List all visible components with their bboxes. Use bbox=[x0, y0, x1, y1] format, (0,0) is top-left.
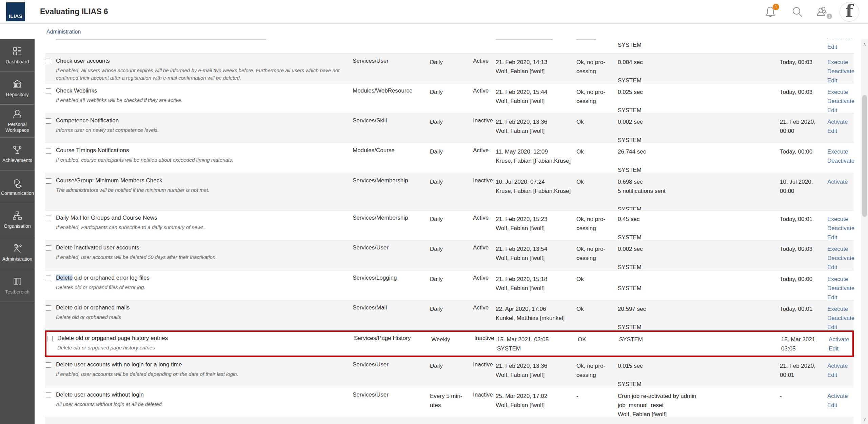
action-link-edit[interactable]: Edit bbox=[827, 126, 854, 136]
action-link-deactivate[interactable]: Deactivate bbox=[827, 156, 854, 165]
sidebar-item-achievements[interactable]: Achievements bbox=[0, 138, 35, 170]
action-link-deactivate[interactable]: Deactivate bbox=[827, 67, 854, 76]
action-link-deactivate[interactable]: Deactivate bbox=[827, 284, 854, 293]
job-status: Active bbox=[473, 244, 496, 272]
orgchart-icon bbox=[12, 210, 22, 221]
search-icon bbox=[791, 5, 804, 18]
action-link-execute[interactable]: Execute bbox=[827, 215, 854, 224]
job-status-info: 21. Feb 2020, 14:13Wolf, Fabian [fwolf] bbox=[496, 58, 576, 85]
row-checkbox[interactable] bbox=[46, 88, 51, 94]
job-result-info: 26.744 sec SYSTEM bbox=[618, 147, 780, 175]
job-result-info: SYSTEM bbox=[618, 42, 642, 48]
action-link-edit[interactable]: Edit bbox=[827, 44, 837, 51]
job-title: Competence Notification bbox=[56, 117, 353, 124]
job-title: Delete user accounts with no login for a… bbox=[56, 361, 353, 368]
action-link-activate[interactable]: Activate bbox=[827, 391, 854, 401]
action-link-execute[interactable]: Execute bbox=[827, 304, 854, 314]
job-title: Course Timings Notifications bbox=[56, 147, 353, 154]
job-last-run: 15. Mar 2021,03:05 bbox=[781, 335, 829, 356]
sidebar-label: Communication bbox=[1, 190, 34, 196]
row-checkbox[interactable] bbox=[46, 362, 51, 368]
job-component: Services/Membership bbox=[353, 215, 430, 242]
job-description: Deletes old or orphand files of error lo… bbox=[56, 284, 344, 291]
job-actions: ExecuteDeactivateEdit bbox=[827, 87, 854, 115]
action-link-activate[interactable]: Activate bbox=[827, 117, 854, 126]
sidebar-item-personal-workspace[interactable]: Personal Workspace bbox=[0, 105, 35, 138]
row-checkbox[interactable] bbox=[46, 245, 51, 251]
cron-job-row: Check user accountsIf enabled, all users… bbox=[45, 53, 854, 83]
sidebar-item-organisation[interactable]: Organisation bbox=[0, 203, 35, 236]
row-checkbox[interactable] bbox=[46, 305, 51, 311]
job-schedule: Every 5 min-utes bbox=[430, 391, 473, 419]
row-checkbox[interactable] bbox=[46, 216, 51, 221]
action-link-activate[interactable]: Activate bbox=[829, 335, 855, 344]
row-checkbox[interactable] bbox=[46, 118, 51, 124]
sidebar-item-administration[interactable]: Administration bbox=[0, 236, 35, 269]
action-link-deactivate[interactable]: Deactivate bbox=[827, 314, 854, 323]
task-cell: Delete user accounts with no login for a… bbox=[56, 361, 353, 389]
row-checkbox[interactable] bbox=[46, 178, 51, 184]
task-cell: Daily Mail for Groups and Course NewsIf … bbox=[56, 215, 353, 242]
action-link-execute[interactable]: Execute bbox=[827, 147, 854, 156]
action-link-activate[interactable]: Activate bbox=[827, 177, 854, 186]
job-status-info: 22. Apr 2020, 17:06Kunkel, Matthias [mku… bbox=[496, 304, 576, 332]
sidebar-item-dashboard[interactable]: Dashboard bbox=[0, 39, 35, 72]
job-status-info: 21. Feb 2020, 13:36Wolf, Fabian [fwolf] bbox=[496, 361, 576, 389]
tools-icon bbox=[12, 243, 22, 254]
job-status-info: 21. Feb 2020, 13:36Wolf, Fabian [fwolf] bbox=[496, 117, 576, 145]
action-link-edit[interactable]: Edit bbox=[829, 344, 855, 353]
job-last-run: Today, 00:03 bbox=[780, 58, 827, 85]
repository-icon bbox=[12, 79, 22, 89]
task-cell: Delete user accounts without loginAll us… bbox=[56, 391, 353, 419]
action-link-edit[interactable]: Edit bbox=[827, 370, 854, 380]
breadcrumb-administration-link[interactable]: Administration bbox=[46, 29, 81, 35]
job-actions: ActivateEdit bbox=[829, 335, 855, 356]
job-last-run: Today, 00:00 bbox=[780, 275, 827, 302]
row-checkbox[interactable] bbox=[46, 276, 51, 281]
job-status: Active bbox=[473, 58, 496, 85]
action-link-execute[interactable]: Execute bbox=[827, 244, 854, 254]
scroll-down-arrow[interactable]: ∨ bbox=[861, 416, 868, 423]
checkbox-cell bbox=[46, 335, 57, 356]
row-checkbox[interactable] bbox=[47, 336, 53, 341]
job-status: Inactive bbox=[473, 177, 496, 214]
sidebar-item-repository[interactable]: Repository bbox=[0, 72, 35, 105]
user-avatar[interactable]: f bbox=[840, 2, 859, 22]
ilias-logo[interactable]: ILIAS bbox=[6, 2, 25, 21]
action-link-execute[interactable]: Execute bbox=[827, 58, 854, 67]
notifications-button[interactable]: 1 bbox=[764, 5, 777, 18]
action-link-activate[interactable]: Activate bbox=[827, 361, 854, 370]
search-button[interactable] bbox=[791, 5, 804, 18]
job-description: If enabled, course participants will be … bbox=[56, 156, 344, 164]
cron-job-row: Delete user accounts with no login for a… bbox=[45, 357, 854, 387]
sidebar-item-communication[interactable]: Communication bbox=[0, 170, 35, 203]
contacts-button[interactable]: 1 bbox=[816, 5, 829, 18]
checkbox-cell bbox=[45, 361, 56, 389]
sidebar-label: Testbereich bbox=[1, 289, 34, 295]
action-link-deactivate[interactable]: Deactivate bbox=[827, 97, 854, 106]
vertical-scrollbar[interactable]: ∧ ∨ bbox=[861, 39, 868, 424]
action-link-deactivate[interactable]: Deactivate bbox=[827, 254, 854, 263]
job-status: Active bbox=[473, 275, 496, 302]
row-checkbox[interactable] bbox=[46, 59, 51, 64]
sidebar-label: Personal Workspace bbox=[1, 122, 34, 133]
job-result-info: Cron job re-activated by adminjob_manual… bbox=[618, 391, 780, 419]
chat-icon bbox=[12, 178, 22, 188]
action-link-execute[interactable]: Execute bbox=[827, 87, 854, 97]
action-link-deactivate[interactable]: Deactivate bbox=[827, 224, 854, 233]
job-title: Delete old or orpganed page history entr… bbox=[57, 335, 354, 342]
breadcrumb: Administration bbox=[0, 24, 868, 39]
cron-job-row: Delete old or orphaned mailsDelete old o… bbox=[45, 300, 854, 330]
action-link-edit[interactable]: Edit bbox=[827, 401, 854, 410]
sidebar-item-testbereich[interactable]: Testbereich bbox=[0, 269, 35, 302]
scroll-up-arrow[interactable]: ∧ bbox=[861, 41, 868, 48]
task-cell: Check WeblinksIf enabled all Weblinks wi… bbox=[56, 87, 353, 115]
cron-job-row: Course/Group: Minimum Members CheckThe a… bbox=[45, 173, 854, 210]
action-link-execute[interactable]: Execute bbox=[827, 275, 854, 284]
scrollbar-thumb[interactable] bbox=[862, 95, 867, 217]
job-actions: ExecuteDeactivateEdit bbox=[827, 275, 854, 302]
job-actions: ExecuteDeactivateEdit bbox=[827, 58, 854, 85]
action-link-deactivate[interactable]: Deactivate bbox=[827, 39, 854, 41]
row-checkbox[interactable] bbox=[46, 392, 51, 398]
row-checkbox[interactable] bbox=[46, 148, 51, 154]
